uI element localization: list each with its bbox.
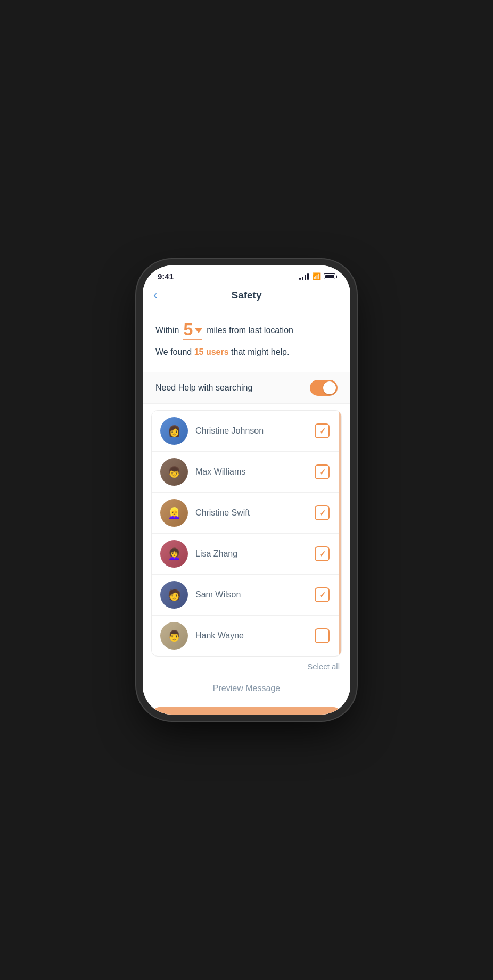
user-name: Hank Wayne [195,631,307,641]
status-bar: 9:41 📶 [143,265,350,284]
found-prefix: We found [155,347,194,356]
user-name: Lisa Zhang [195,549,307,559]
list-item: 🧑 Sam Wilson [152,575,341,616]
avatar: 👩‍🦱 [160,540,188,568]
users-list: 👩 Christine Johnson 👦 Max Williams [151,410,342,657]
distance-section: Within 5 miles from last location We fou… [143,309,350,372]
user-checkbox[interactable] [315,628,330,643]
found-suffix: that might help. [231,347,289,356]
distance-suffix: miles from last location [207,326,293,335]
signal-icon [299,273,309,280]
found-row: We found 15 users that might help. [155,347,338,357]
send-message-button[interactable]: Send Message [151,707,342,715]
dropdown-arrow-icon[interactable] [195,328,202,333]
user-checkbox[interactable] [315,464,330,479]
scroll-indicator [339,411,341,656]
phone-screen: 9:41 📶 ‹ Safety [143,265,350,715]
user-name: Sam Wilson [195,590,307,600]
list-item: 👨 Hank Wayne [152,616,341,656]
user-name: Christine Johnson [195,426,307,436]
user-name: Max Williams [195,467,307,477]
battery-icon [324,273,335,279]
status-icons: 📶 [299,272,335,280]
avatar: 🧑 [160,581,188,609]
preview-message-button[interactable]: Preview Message [143,676,350,701]
avatar: 👨 [160,622,188,650]
main-content: Within 5 miles from last location We fou… [143,309,350,715]
wifi-icon: 📶 [312,272,321,280]
distance-value: 5 [183,321,193,338]
user-name: Christine Swift [195,508,307,518]
nav-bar: ‹ Safety [143,284,350,309]
page-title: Safety [231,289,261,301]
toggle-label: Need Help with searching [155,383,252,393]
user-checkbox[interactable] [315,423,330,438]
list-item: 👩 Christine Johnson [152,411,341,452]
list-item: 👩‍🦱 Lisa Zhang [152,534,341,575]
found-users-link[interactable]: 15 users [194,347,229,356]
avatar: 👦 [160,458,188,486]
send-button-container: Send Message [143,701,350,715]
phone-frame: 9:41 📶 ‹ Safety [143,265,350,715]
user-checkbox[interactable] [315,505,330,520]
distance-prefix: Within [155,326,179,335]
user-checkbox[interactable] [315,587,330,602]
avatar: 👱‍♀️ [160,499,188,527]
distance-selector[interactable]: 5 [183,321,202,340]
select-all-row: Select all [143,657,350,676]
distance-row: Within 5 miles from last location [155,321,338,340]
avatar: 👩 [160,417,188,445]
list-item: 👱‍♀️ Christine Swift [152,493,341,534]
toggle-knob [323,381,336,394]
toggle-section: Need Help with searching [143,372,350,404]
status-time: 9:41 [158,272,174,281]
list-item: 👦 Max Williams [152,452,341,493]
back-button[interactable]: ‹ [153,289,157,301]
select-all-button[interactable]: Select all [307,662,340,671]
user-checkbox[interactable] [315,546,330,561]
help-search-toggle[interactable] [310,380,338,396]
